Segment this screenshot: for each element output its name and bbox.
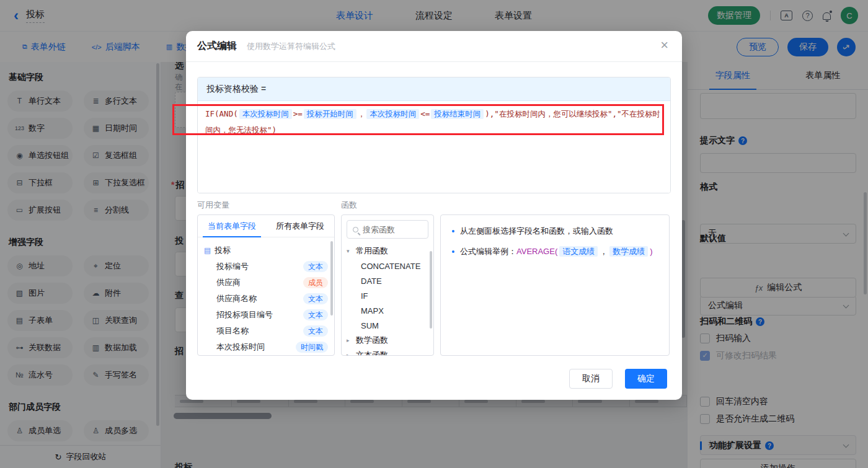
formula-box: 投标资格校验 = IF(AND(本次投标时间>=投标开始时间，本次投标时间<=投…	[197, 77, 671, 193]
search-icon	[353, 227, 358, 232]
chevron-down-icon: ▾	[347, 248, 353, 254]
type-badge: 文本	[303, 293, 328, 304]
variable-row[interactable]: 招投标项目编号文本	[204, 307, 329, 323]
variables-root-node[interactable]: ▤投标	[204, 242, 329, 258]
formula-field-token[interactable]: 投标开始时间	[304, 109, 356, 119]
tab-current-form-fields[interactable]: 当前表单字段	[198, 215, 266, 237]
function-item[interactable]: DATE	[347, 273, 430, 288]
functions-panel: ▾常用函数 CONCATENATE DATE IF MAPX SUM ▸数学函数…	[341, 214, 434, 356]
type-badge: 时间戳	[296, 342, 328, 353]
modal-header: 公式编辑 使用数学运算符编辑公式	[186, 31, 682, 62]
tab-all-form-fields[interactable]: 所有表单字段	[266, 215, 334, 237]
formula-editor[interactable]: IF(AND(本次投标时间>=投标开始时间，本次投标时间<=投标结束时间),"在…	[198, 101, 670, 193]
variable-row[interactable]: 供应商成员	[204, 275, 329, 291]
help-body: 从左侧面板选择字段名和函数，或输入函数 公式编辑举例：AVERAGE(语文成绩，…	[441, 215, 669, 258]
bullet-icon	[452, 230, 454, 232]
formula-code: IF(AND(	[205, 109, 238, 118]
function-item[interactable]: MAPX	[347, 303, 430, 318]
close-icon[interactable]: ×	[660, 38, 668, 52]
type-badge: 成员	[303, 277, 328, 288]
example-field-token: 语文成绩	[559, 246, 598, 257]
variables-tabs: 当前表单字段 所有表单字段	[198, 215, 334, 237]
type-badge: 文本	[303, 325, 328, 337]
help-panel: 从左侧面板选择字段名和函数，或输入函数 公式编辑举例：AVERAGE(语文成绩，…	[440, 214, 670, 356]
formula-field-token[interactable]: 投标结束时间	[431, 109, 484, 119]
chevron-right-icon: ▸	[347, 352, 353, 356]
cancel-button[interactable]: 取消	[569, 369, 613, 389]
form-doc-icon: ▤	[204, 246, 211, 255]
formula-operator: <=	[420, 109, 430, 118]
variables-label: 可用变量	[197, 200, 229, 211]
help-tip: 从左侧面板选择字段名和函数，或输入函数	[452, 225, 659, 237]
functions-scrollbar[interactable]	[430, 251, 432, 329]
function-group-math[interactable]: ▸数学函数	[347, 333, 430, 348]
variables-scrollbar[interactable]	[330, 241, 333, 316]
bullet-icon	[452, 250, 454, 253]
functions-tree: ▾常用函数 CONCATENATE DATE IF MAPX SUM ▸数学函数…	[342, 244, 433, 356]
formula-field-token[interactable]: 本次投标时间	[366, 109, 419, 119]
variable-row[interactable]: 投标编号文本	[204, 258, 329, 275]
type-badge: 文本	[303, 309, 328, 320]
example-function-name: AVERAGE(	[516, 247, 557, 256]
functions-label: 函数	[341, 200, 357, 211]
modal-panels: 当前表单字段 所有表单字段 ▤投标 投标编号文本 供应商成员 供应商名称文本 招…	[197, 214, 670, 356]
variable-row[interactable]: 本次投标时间时间戳	[204, 339, 329, 355]
chevron-right-icon: ▸	[347, 337, 353, 343]
variable-row[interactable]: 项目名称文本	[204, 323, 329, 339]
function-search	[347, 220, 428, 239]
type-badge: 文本	[303, 261, 328, 272]
help-tip-example: 公式编辑举例：AVERAGE(语文成绩，数学成绩)	[452, 245, 659, 258]
formula-edit-modal: 公式编辑 使用数学运算符编辑公式 × 投标资格校验 = IF(AND(本次投标时…	[186, 31, 682, 400]
function-item[interactable]: CONCATENATE	[347, 258, 430, 273]
modal-subtitle: 使用数学运算符编辑公式	[247, 41, 335, 52]
example-close-paren: )	[650, 247, 652, 256]
example-field-token: 数学成绩	[609, 246, 648, 257]
formula-field-token[interactable]: 本次投标时间	[239, 109, 292, 119]
function-group-text[interactable]: ▸文本函数	[347, 348, 430, 356]
formula-comma: ，	[358, 109, 366, 118]
variable-row[interactable]: 供应商名称文本	[204, 291, 329, 307]
modal-footer: 取消 确定	[569, 369, 667, 389]
formula-target-field: 投标资格校验 =	[198, 77, 670, 101]
function-search-input[interactable]	[363, 225, 425, 234]
function-item[interactable]: SUM	[347, 318, 430, 333]
confirm-button[interactable]: 确定	[625, 369, 667, 389]
variables-tree: ▤投标 投标编号文本 供应商成员 供应商名称文本 招投标项目编号文本 项目名称文…	[198, 237, 334, 355]
function-item[interactable]: IF	[347, 288, 430, 303]
variables-panel: 当前表单字段 所有表单字段 ▤投标 投标编号文本 供应商成员 供应商名称文本 招…	[197, 214, 335, 356]
formula-operator: >=	[293, 109, 303, 118]
modal-title: 公式编辑	[197, 40, 237, 53]
function-group-common[interactable]: ▾常用函数	[347, 244, 430, 258]
